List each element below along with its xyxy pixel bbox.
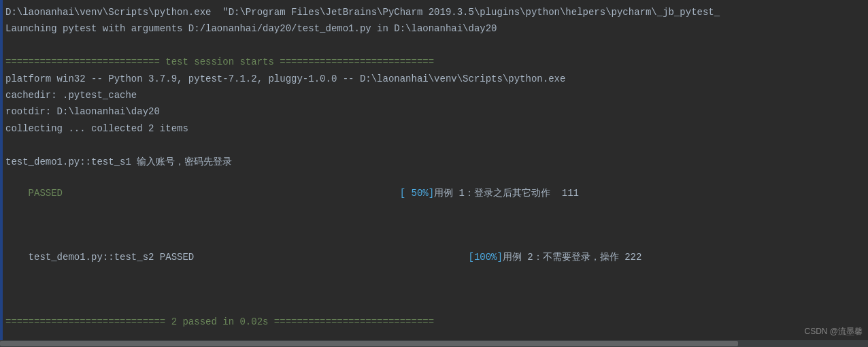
terminal-line-empty <box>0 217 868 233</box>
watermark: CSDN @流墨馨 <box>804 326 863 337</box>
passed-label: PASSED <box>29 188 63 199</box>
progress-label: [ 50%] <box>400 188 434 199</box>
terminal-line-empty <box>0 37 868 54</box>
scrollbar-thumb[interactable] <box>0 341 738 346</box>
terminal-line: platform win32 -- Python 3.7.9, pytest-7… <box>0 71 868 87</box>
terminal-collecting-line: collecting ... collected 2 items <box>0 120 868 137</box>
terminal-line-empty <box>0 297 868 314</box>
test2-label: test_demo1.py::test_s2 PASSED <box>29 252 195 263</box>
terminal-line: D:\laonanhai\venv\Scripts\python.exe "D:… <box>0 4 868 20</box>
test2-description: 用例 2：不需要登录，操作 222 <box>503 252 641 263</box>
terminal-line: Launching pytest with arguments D:/laona… <box>0 20 868 37</box>
passed-spacing <box>63 188 400 199</box>
terminal-line: cachedir: .pytest_cache <box>0 87 868 103</box>
terminal-test2-line: test_demo1.py::test_s2 PASSED [100%]用例 2… <box>0 233 868 280</box>
terminal-line-empty <box>0 137 868 153</box>
blue-bar <box>0 0 3 347</box>
test2-spacing <box>194 252 468 263</box>
terminal-summary: ============================ 2 passed in… <box>0 314 868 330</box>
terminal-test-name: test_demo1.py::test_s1 输入账号，密码先登录 <box>0 154 868 170</box>
scrollbar[interactable] <box>0 340 868 347</box>
terminal-window: D:\laonanhai\venv\Scripts\python.exe "D:… <box>0 0 868 347</box>
progress2-label: [100%] <box>469 252 503 263</box>
terminal-line: rootdir: D:\laonanhai\day20 <box>0 103 868 120</box>
terminal-line-empty <box>0 281 868 297</box>
test-description: 用例 1：登录之后其它动作 111 <box>434 188 579 199</box>
terminal-passed-line: PASSED [ 50%]用例 1：登录之后其它动作 111 <box>0 170 868 217</box>
terminal-separator: =========================== test session… <box>0 54 868 70</box>
